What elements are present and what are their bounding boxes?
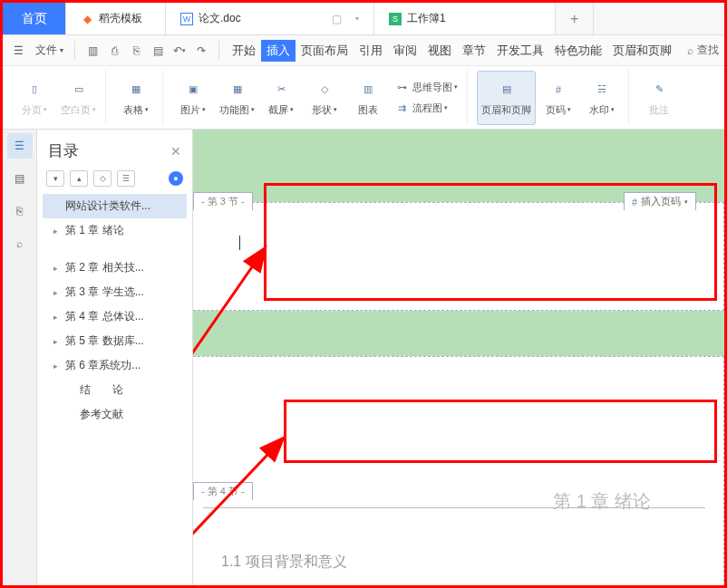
side-page-icon[interactable]: ▤ [7,166,33,191]
section-break-button[interactable]: ▯ 分页▾ [14,71,55,125]
page-header-area[interactable]: 页眉 - 第 4 节 - 第 1 章 绪论 1.1 项目背景和意义 [193,356,724,585]
insert-page-number-button[interactable]: # 插入页码 ▾ [624,192,696,210]
redo-icon[interactable]: ↷ [191,41,211,61]
toc-item[interactable]: ▸结 论 [43,378,187,402]
toc-list: ▸网站设计类软件... ▸第 1 章 绪论 ▸第 2 章 相关技... ▸第 3… [43,194,187,427]
table-button[interactable]: ▦ 表格▾ [115,71,157,125]
toc-item[interactable]: ▸网站设计类软件... [43,194,187,218]
toc-expand-down-icon[interactable]: ▾ [46,170,64,187]
flowchart-icon: ⇉ [394,101,409,115]
toc-item[interactable]: ▸参考文献 [43,402,187,427]
shape-button[interactable]: ◇ 形状▾ [304,71,345,125]
comment-icon: ✎ [648,79,670,101]
ribbon: ▯ 分页▾ ▭ 空白页▾ ▦ 表格▾ ▣ 图片▾ ▦ 功能图▾ ✂ 截屏▾ ◇ … [3,66,724,130]
mindmap-button[interactable]: ⊶ 思维导图▾ [391,77,461,97]
menu-features[interactable]: 特色功能 [549,40,607,62]
toc-item[interactable]: ▸第 1 章 绪论 [43,218,187,243]
toc-toolbar: ▾ ▴ ◇ ☰ ● [43,169,187,194]
picture-icon: ▣ [182,79,204,101]
ribbon-group-pages: ▯ 分页▾ ▭ 空白页▾ [8,70,106,125]
page-footer-area[interactable]: 页脚 - 第 3 节 - # 插入页码 ▾ [193,202,724,311]
menu-chapter[interactable]: 章节 [457,40,491,62]
file-menu[interactable]: 文件 ▾ [32,43,67,58]
toc-collapse-up-icon[interactable]: ▴ [70,170,88,187]
chart-button[interactable]: ▥ 图表 [347,71,389,125]
screenshot-icon: ✂ [270,79,292,101]
document-tabs: 首页 ◆ 稻壳模板 W 论文.doc ▢ ▾ S 工作簿1 + [3,3,724,35]
menu-start[interactable]: 开始 [227,40,261,62]
tab-sheet[interactable]: S 工作簿1 [374,3,556,34]
menu-header-footer[interactable]: 页眉和页脚 [607,40,677,62]
page-break-icon: ▯ [24,79,45,101]
toc-panel: 目录 ✕ ▾ ▴ ◇ ☰ ● ▸网站设计类软件... ▸第 1 章 绪论 ▸第 … [37,130,193,585]
word-doc-icon: W [180,13,193,25]
menu-references[interactable]: 引用 [354,40,388,62]
toc-item[interactable]: ▸第 4 章 总体设... [43,304,187,329]
ribbon-group-comment: ✎ 批注 [633,70,685,125]
menu-view[interactable]: 视图 [422,40,457,62]
side-toc-icon[interactable]: ☰ [7,133,33,159]
chevron-down-icon: ▾ [684,198,688,206]
page-number-small-icon: # [632,197,637,207]
main-area: ☰ ▤ ⎘ ⌕ 目录 ✕ ▾ ▴ ◇ ☰ ● ▸网站设计类软件... ▸第 1 … [3,130,724,585]
tab-home[interactable]: 首页 [3,3,66,34]
menu-review[interactable]: 审阅 [388,40,422,62]
document-canvas[interactable]: 页脚 - 第 3 节 - # 插入页码 ▾ 页眉 - 第 4 节 - 第 1 章… [193,130,724,585]
menu-devtools[interactable]: 开发工具 [491,40,549,62]
comment-button[interactable]: ✎ 批注 [638,71,680,125]
screen-icon[interactable]: ▢ [330,13,343,25]
menu-page-layout[interactable]: 页面布局 [296,40,354,62]
toc-close-icon[interactable]: ✕ [170,144,181,159]
header-footer-icon: ▤ [496,79,518,101]
toc-item[interactable]: ▸第 3 章 学生选... [43,280,187,304]
tab-dropdown-icon[interactable]: ▾ [355,14,359,23]
file-menu-group: ☰ 文件 ▾ [8,41,75,61]
header-footer-button[interactable]: ▤ 页眉和页脚 [477,71,536,125]
blank-page-icon: ▭ [68,79,90,101]
tab-sheet-label: 工作簿1 [407,11,446,26]
menu-insert[interactable]: 插入 [261,40,296,62]
chart-icon: ▥ [357,79,379,101]
watermark-icon: ☵ [591,79,613,101]
toc-item[interactable]: ▸第 5 章 数据库... [43,329,187,353]
flowchart-button[interactable]: ⇉ 流程图▾ [391,98,461,118]
print-icon[interactable]: ⎘ [126,41,146,61]
ribbon-group-illustrations: ▣ 图片▾ ▦ 功能图▾ ✂ 截屏▾ ◇ 形状▾ ▥ 图表 ⊶ 思维导图▾ ⇉ … [167,70,468,125]
toc-nav-icon[interactable]: ◇ [93,170,111,187]
blank-page-button[interactable]: ▭ 空白页▾ [57,71,100,125]
print-layout-icon[interactable]: ▤ [148,41,168,61]
tab-document[interactable]: W 论文.doc ▢ ▾ [166,3,374,34]
page-number-icon: # [548,79,569,101]
ribbon-group-table: ▦ 表格▾ [110,70,163,125]
toc-sync-icon[interactable]: ● [169,171,183,186]
footer-section-label: 页脚 - 第 3 节 - [193,185,252,210]
file-menu-label: 文件 [35,43,57,58]
undo-icon[interactable]: ↶ ▾ [170,41,189,61]
sheet-icon: S [389,13,402,25]
toc-more-icon[interactable]: ☰ [117,170,135,187]
side-search-icon[interactable]: ⌕ [7,231,33,256]
tab-templates[interactable]: ◆ 稻壳模板 [66,3,166,34]
shape-icon: ◇ [314,79,335,101]
header-rule [203,507,705,508]
toc-item[interactable]: ▸第 6 章系统功... [43,353,187,378]
text-caret [239,236,240,250]
save-icon[interactable]: ▥ [82,41,102,61]
picture-button[interactable]: ▣ 图片▾ [172,71,214,125]
watermark-button[interactable]: ☵ 水印▾ [581,71,623,125]
body-heading-1: 1.1 项目背景和意义 [221,553,347,572]
page-number-button[interactable]: # 页码▾ [538,71,579,125]
side-toolstrip: ☰ ▤ ⎘ ⌕ [3,130,37,585]
app-menu-icon[interactable]: ☰ [8,41,28,61]
toc-item[interactable]: ▸第 2 章 相关技... [43,255,187,280]
search-button[interactable]: ⌕ 查找 [687,43,719,58]
ribbon-smart-stack: ⊶ 思维导图▾ ⇉ 流程图▾ [391,77,461,118]
tab-add[interactable]: + [556,3,594,34]
screenshot-button[interactable]: ✂ 截屏▾ [260,71,302,125]
side-bookmark-icon[interactable]: ⎘ [7,198,33,224]
header-section: - 第 4 节 - [193,482,253,500]
smart-shape-button[interactable]: ▦ 功能图▾ [216,71,258,125]
search-icon: ⌕ [687,44,693,57]
print-preview-icon[interactable]: ⎙ [104,41,124,61]
ribbon-group-header-footer: ▤ 页眉和页脚 # 页码▾ ☵ 水印▾ [471,70,629,125]
